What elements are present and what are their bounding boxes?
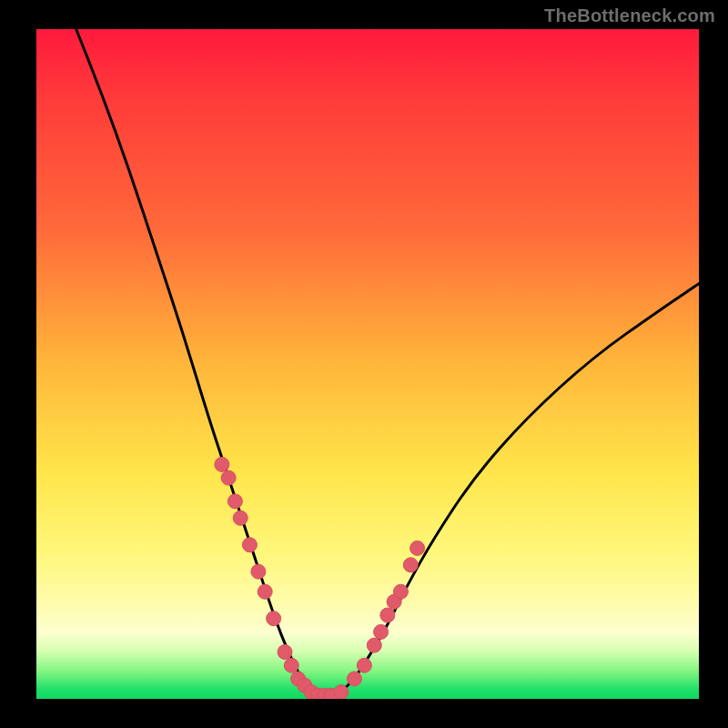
scatter-dot [221,470,236,485]
scatter-dot [334,685,349,699]
scatter-dot [242,538,257,552]
scatter-dot [367,638,381,652]
scatter-dot [215,457,229,471]
scatter-dot [403,558,418,572]
scatter-dot [251,564,266,579]
scatter-dots [215,457,425,699]
scatter-dot [347,672,361,686]
left-curve [76,29,329,699]
curve-layer [36,29,699,699]
scatter-dot [278,644,292,659]
scatter-dot [233,511,248,525]
watermark-text: TheBottleneck.com [544,5,715,26]
scatter-dot [267,612,281,626]
chart-frame: TheBottleneck.com [0,0,728,728]
scatter-dot [228,494,242,509]
scatter-dot [374,624,389,639]
scatter-dot [357,658,371,672]
scatter-dot [393,584,408,599]
scatter-dot [380,608,395,622]
scatter-dot [284,658,298,672]
scatter-dot [258,584,272,599]
scatter-dot [410,541,425,555]
plot-area [36,29,699,699]
